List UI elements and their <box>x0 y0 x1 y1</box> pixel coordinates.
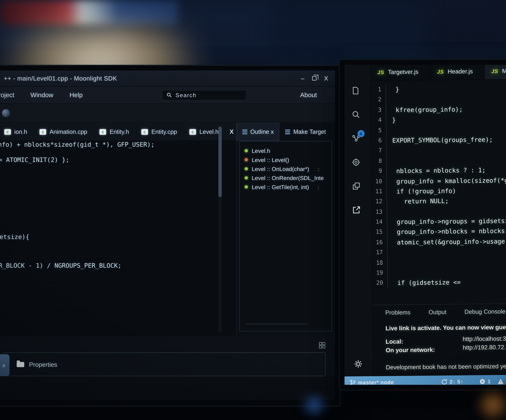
code-text <box>387 207 393 217</box>
open-external-icon[interactable] <box>352 205 361 215</box>
layout-grid-icon[interactable] <box>319 342 326 349</box>
code-row: 8 <box>371 154 506 166</box>
restore-icon[interactable] <box>312 76 316 81</box>
line-number: 3 <box>371 105 386 115</box>
left-code-editor[interactable]: = ATOMIC_INIT(2) }; etsize){ R_BLOCK - 1… <box>0 141 236 336</box>
terminal-live-line: Live link is activate. You can now view … <box>386 323 506 332</box>
outline-symbol-item[interactable]: Level :: OnLoad(char*) : <box>240 164 332 173</box>
toolbar-avatar-icon[interactable] <box>2 109 10 117</box>
file-tab[interactable]: c Animation.cpp <box>33 123 93 141</box>
symbol-type-colon: : <box>318 184 319 190</box>
minimize-button[interactable]: – <box>301 75 305 82</box>
file-tab-label: Animation.cpp <box>50 128 87 135</box>
js-file-icon: JS <box>437 68 444 74</box>
properties-panel: x Properties <box>4 352 326 376</box>
code-text: nblocks = nblocks ? : 1; <box>387 165 486 176</box>
search-input[interactable]: Search <box>162 90 246 100</box>
code-row: 20 if (gidsetsize <= <box>373 276 506 289</box>
code-text: atomic_set(&group_info->usage, 1); <box>387 236 506 248</box>
line-number: 10 <box>372 176 387 187</box>
code-text: group_info->ngroups = gidsetsize; <box>387 216 506 227</box>
cpp-file-icon: c <box>141 129 148 135</box>
left-menu-bar: Project Window Help Search About <box>0 87 335 104</box>
right-monitor: 4 <box>340 60 506 390</box>
file-tab-label: Entity.cpp <box>151 128 177 135</box>
code-row: 19 <box>373 266 506 278</box>
outline-symbol-item[interactable]: Level.h <box>240 146 332 155</box>
outline-tab[interactable]: Make Target <box>280 123 332 141</box>
left-title-bar: ++ - main/Level01.cpp - Moonlight SDK – … <box>0 70 335 87</box>
menu-item-help[interactable]: Help <box>70 91 83 99</box>
branch-label: master* node <box>358 379 394 385</box>
settings-gear-icon[interactable] <box>353 359 363 369</box>
file-tab[interactable]: c Entity.h <box>93 123 135 141</box>
source-control-icon[interactable]: 4 <box>351 133 361 143</box>
editor-tab[interactable]: JS Map.js × <box>485 65 506 79</box>
code-text <box>388 268 393 278</box>
right-code-editor[interactable]: 1 } 2 3 <box>371 79 506 305</box>
window-controls: – X <box>301 75 328 82</box>
code-line: etsize){ <box>0 233 29 241</box>
code-text <box>387 156 393 166</box>
file-tab[interactable]: c ion.h <box>0 123 33 141</box>
line-number: 12 <box>372 197 387 207</box>
outline-tab[interactable]: Outline x <box>237 123 280 141</box>
extensions-icon[interactable] <box>352 181 361 191</box>
problems-status[interactable]: 1 0 <box>479 378 506 385</box>
code-line: R_BLOCK - 1) / NGROUPS_PER_BLOCK; <box>0 262 121 269</box>
outline-symbol-item[interactable]: Level :: OnRender(SDL_Inte <box>240 173 332 183</box>
editor-tab-bar: JS Targetver.js JS Header.js <box>371 65 506 81</box>
code-row: 14 group_info->ngroups = gidsetsize; <box>372 215 506 227</box>
scrollbar-thumb[interactable] <box>218 127 222 197</box>
editor-tab[interactable]: JS Targetver.js <box>371 65 430 81</box>
menu-item-window[interactable]: Window <box>30 91 53 99</box>
tabstrip-close-button[interactable]: X <box>230 128 234 135</box>
properties-label[interactable]: Properties <box>29 361 57 368</box>
panel-tab[interactable]: Output <box>428 309 446 318</box>
outline-list-icon <box>285 129 290 134</box>
code-row: 10 group_info = kmalloc(sizeof(*group_in… <box>372 174 506 187</box>
sync-status[interactable]: 2↓ 5↑ <box>441 378 463 385</box>
menu-item-project[interactable]: Project <box>0 91 14 99</box>
cpp-file-icon: c <box>40 129 46 135</box>
outline-symbol-item[interactable]: Level :: GetTile(int, int) : <box>240 183 332 191</box>
code-text: return NULL; <box>387 196 449 207</box>
terminal-network-label: On your network: <box>386 346 435 354</box>
file-tab-label: ion.h <box>14 128 27 135</box>
run-debug-icon[interactable] <box>351 157 361 167</box>
code-line: = ATOMIC_INIT(2) }; <box>0 156 69 163</box>
outline-tab-label: Make Target <box>293 129 326 135</box>
close-button[interactable]: X <box>324 75 328 82</box>
error-count: 1 <box>488 378 491 384</box>
terminal-local-url[interactable]: http://localhost:3000 <box>463 335 506 342</box>
right-screen: 4 <box>345 65 506 385</box>
terminal-network-url[interactable]: http://192.80.72.55.91:3000 <box>463 344 506 351</box>
code-text: group_info->nblocks = nblocks; <box>387 226 506 237</box>
editor-tab[interactable]: JS Header.js <box>430 65 485 80</box>
code-row: 3 kfree(group_info); <box>371 103 506 115</box>
code-text: EXPORT_SYMBOL(groups_free); <box>386 135 493 146</box>
branch-status[interactable]: master* node <box>350 379 394 385</box>
explorer-icon[interactable] <box>351 86 360 95</box>
code-row: 12 return NULL; <box>372 195 506 207</box>
menu-item-about[interactable]: About <box>300 91 317 99</box>
file-tab-label: Entity.h <box>110 128 129 135</box>
code-row: 16 atomic_set(&group_info->usage, 1); <box>372 235 506 248</box>
code-text <box>386 146 392 156</box>
symbol-dot-icon <box>245 185 248 189</box>
file-tab[interactable]: c Entity.cpp <box>135 123 183 141</box>
code-text <box>388 248 393 258</box>
panel-side-tab[interactable]: x <box>0 354 9 376</box>
panel-tab[interactable]: Problems <box>385 309 411 319</box>
search-icon[interactable] <box>351 110 360 119</box>
symbol-label: Level :: GetTile(int, int) <box>252 184 309 190</box>
git-branch-icon <box>350 379 356 385</box>
line-number: 19 <box>373 268 388 278</box>
code-row: 6 EXPORT_SYMBOL(groups_free); <box>371 134 506 146</box>
editor-column: c ion.h c Animation.cpp c <box>0 123 236 336</box>
outline-symbol-item[interactable]: Level :: Level() <box>240 155 332 164</box>
outline-symbol-list: Level.h Level :: Level() <box>239 141 332 332</box>
symbol-label: Level :: OnLoad(char*) <box>252 165 309 172</box>
symbol-label: Level :: Level() <box>252 156 289 163</box>
panel-tab[interactable]: Debug Console <box>464 308 506 318</box>
